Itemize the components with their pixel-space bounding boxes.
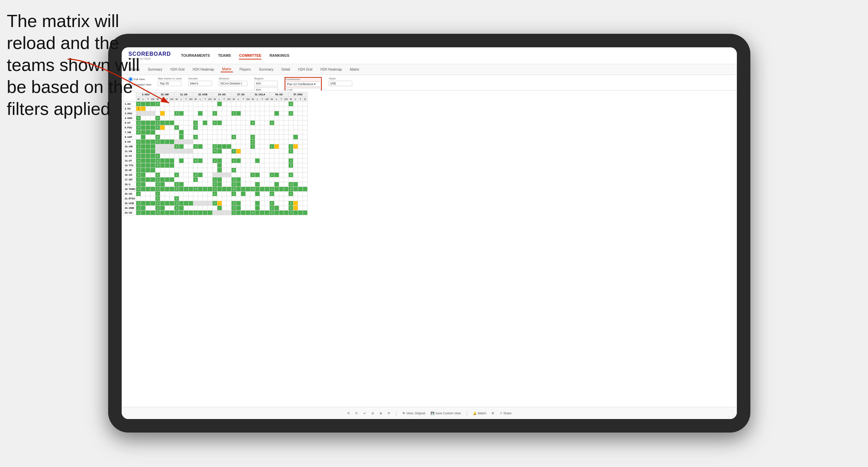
options-btn[interactable]: ⚙ — [491, 412, 494, 415]
tab-matrix2[interactable]: Matrix — [348, 67, 360, 72]
matrix-cell — [179, 102, 184, 106]
matrix-cell: 0 — [136, 173, 141, 177]
conference-select[interactable]: Pac-12 Conference ▾ — [285, 81, 321, 87]
matrix-cell — [198, 106, 203, 111]
matrix-cell — [217, 154, 222, 158]
matrix-cell — [274, 206, 279, 211]
matrix-cell — [274, 140, 279, 144]
matrix-cell — [193, 201, 198, 206]
matrix-cell — [289, 140, 293, 144]
table-row: 6. FSU0012 — [123, 125, 308, 130]
matrix-cell — [179, 173, 184, 177]
matrix-cell — [184, 206, 189, 211]
tab-h2h-grid[interactable]: H2H Grid — [169, 67, 186, 72]
matrix-cell — [226, 168, 231, 173]
matrix-cell — [174, 154, 179, 158]
zoom-in-btn[interactable]: ⊕ — [380, 412, 382, 415]
matrix-cell — [274, 163, 279, 168]
reset-btn[interactable]: ↩ — [363, 412, 366, 415]
view-original-btn[interactable]: 👁 View: Original — [402, 412, 425, 415]
tab-summary2[interactable]: Summary — [258, 67, 275, 72]
matrix-cell — [265, 111, 269, 116]
matrix-cell — [293, 168, 298, 173]
region-select[interactable]: N/A — [254, 81, 278, 86]
matrix-cell — [222, 177, 226, 182]
matrix-cell — [255, 111, 260, 116]
matrix-cell — [236, 187, 241, 192]
matrix-cell — [250, 125, 255, 130]
watch-btn[interactable]: 🔔 Watch — [473, 412, 486, 415]
undo-btn[interactable]: ↺ — [347, 412, 350, 415]
matrix-cell — [260, 163, 265, 168]
matrix-cell — [160, 187, 165, 192]
matrix-cell — [303, 163, 308, 168]
matrix-cell — [269, 106, 274, 111]
matrix-cell — [255, 149, 260, 154]
matrix-cell — [246, 149, 250, 154]
matrix-cell — [236, 158, 241, 163]
zoom-out-btn[interactable]: ⊖ — [371, 412, 374, 415]
team-select[interactable]: (All) — [329, 81, 352, 86]
matrix-cell — [241, 121, 246, 125]
matrix-cell — [217, 168, 222, 173]
sub-nav: Teams Summary H2H Grid H2H Heatmap Matri… — [122, 64, 737, 75]
matrix-cell — [184, 106, 189, 111]
matrix-cell — [146, 121, 150, 125]
nav-committee[interactable]: COMMITTEE — [239, 52, 261, 59]
matrix-cell — [260, 158, 265, 163]
matrix-cell — [246, 102, 250, 106]
sub-col-osu-l: L — [293, 97, 298, 102]
matrix-cell — [250, 196, 255, 201]
conference-label: Conference — [285, 78, 321, 81]
matrix-cell: 0 — [193, 158, 198, 163]
eye-icon: 👁 — [402, 412, 405, 415]
tab-h2h-heatmap[interactable]: H2H Heatmap — [191, 67, 215, 72]
matrix-cell — [250, 163, 255, 168]
matrix-cell: 2 — [289, 111, 293, 116]
matrix-cell: 2 — [212, 192, 217, 196]
matrix-cell — [274, 196, 279, 201]
tab-summary[interactable]: Summary — [146, 67, 164, 72]
matrix-cell — [203, 177, 208, 182]
matrix-cell — [146, 187, 150, 192]
tab-matrix[interactable]: Matrix — [221, 67, 233, 72]
save-custom-btn[interactable]: 💾 Save Custom View — [431, 412, 461, 415]
matrix-cell — [265, 163, 269, 168]
matrix-cell — [222, 182, 226, 187]
gender-select[interactable]: Men's — [188, 81, 212, 86]
matrix-cell — [265, 154, 269, 158]
matrix-cell: 1 — [250, 144, 255, 149]
matrix-cell — [265, 173, 269, 177]
matrix-cell — [141, 211, 146, 215]
matrix-cell — [274, 135, 279, 140]
tab-h2h-heatmap2[interactable]: H2H Heatmap — [319, 67, 343, 72]
matrix-cell — [265, 177, 269, 182]
tab-detail[interactable]: Detail — [280, 67, 292, 72]
redo-btn[interactable]: ↻ — [355, 412, 358, 415]
matrix-scroll-area[interactable]: 3. ASU 10. UW 11. UA 22. UCB 24. UO 27. … — [122, 91, 737, 407]
division-select[interactable]: NCAA Division I — [219, 81, 247, 86]
matrix-cell — [226, 173, 231, 177]
max-teams-select[interactable]: Top 25 — [158, 81, 182, 86]
table-row: 4. UNC02 — [123, 116, 308, 121]
sub-col-asu-dif: Dif — [150, 97, 155, 102]
nav-rankings[interactable]: RANKINGS — [269, 52, 289, 59]
matrix-cell — [146, 140, 150, 144]
nav-teams[interactable]: TEAMS — [218, 52, 231, 59]
matrix-cell — [222, 206, 226, 211]
share-btn[interactable]: ↗ Share — [500, 412, 511, 415]
share-label: Share — [503, 412, 511, 415]
matrix-cell — [179, 182, 184, 187]
tab-h2h-grid2[interactable]: H2H Grid — [297, 67, 314, 72]
matrix-cell — [160, 130, 165, 135]
table-row: 3. ASU2212 — [123, 111, 308, 116]
nav-tournaments[interactable]: TOURNAMENTS — [181, 52, 210, 59]
matrix-cell — [226, 177, 231, 182]
table-row: 24. UO10212001 — [123, 211, 308, 215]
matrix-cell — [250, 130, 255, 135]
col-group-uw: 10. UW — [155, 92, 174, 97]
matrix-cell — [236, 201, 241, 206]
matrix-cell — [284, 121, 288, 125]
refresh-btn[interactable]: ⟳ — [388, 412, 390, 415]
tab-players[interactable]: Players — [238, 67, 252, 72]
